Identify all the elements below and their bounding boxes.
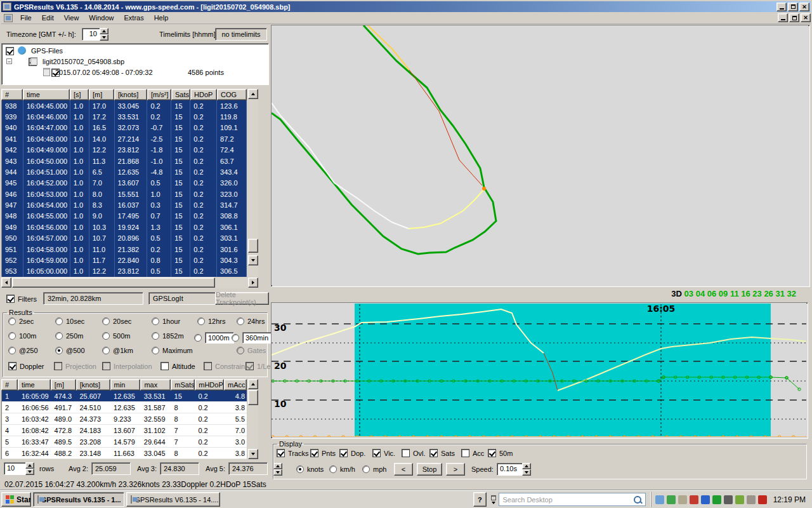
column-header[interactable]: time	[18, 379, 51, 391]
radio-at500[interactable]: @500	[55, 347, 85, 354]
column-header[interactable]: [s]	[70, 89, 89, 100]
scroll-thumb[interactable]	[12, 277, 215, 288]
radio-100m[interactable]: 100m	[8, 332, 37, 340]
column-header[interactable]: [m]	[89, 89, 114, 100]
offset-spinner[interactable]	[273, 463, 282, 476]
delete-trackpoints-button[interactable]: Delete Trackpoint(s)	[215, 292, 269, 305]
rows-down-icon[interactable]	[25, 469, 34, 475]
radio-gates[interactable]: Gates	[237, 347, 266, 354]
column-header[interactable]: [knots]	[76, 379, 110, 391]
menu-edit[interactable]: Edit	[37, 13, 59, 23]
column-header[interactable]: [m]	[51, 379, 76, 391]
radio-10sec[interactable]: 10sec	[55, 318, 84, 325]
table-row[interactable]: 95016:04:57.0001.010.720.8960.5150.2303.…	[2, 233, 247, 244]
fiftym-checkbox[interactable]: 50m	[488, 449, 513, 457]
table-row[interactable]: 516:33:47489.523.20814.57929.64470.23.0	[2, 436, 247, 448]
custom-distance-field[interactable]: 1000m	[205, 332, 234, 344]
minimize-button[interactable]	[776, 3, 787, 11]
radio-at250[interactable]: @250	[8, 347, 38, 354]
table-row[interactable]: 94516:04:52.0001.07.013.6070.5150.2326.0	[2, 178, 247, 189]
track-vertical-scrollbar[interactable]	[247, 89, 258, 277]
restore-button[interactable]	[788, 3, 798, 11]
close-button[interactable]: ✕	[799, 3, 809, 11]
dop-checkbox[interactable]: Dop.	[339, 449, 365, 457]
rows-up-icon[interactable]	[25, 462, 34, 469]
table-row[interactable]: 316:03:42489.024.3739.23332.55980.25.5	[2, 413, 247, 425]
sats-checkbox[interactable]: Sats	[429, 449, 455, 457]
oneleg-checkbox[interactable]: 1/Leg	[246, 362, 275, 370]
column-header[interactable]: [m/s²]	[147, 89, 171, 100]
tray-network-icon[interactable]	[701, 495, 710, 504]
constrain-checkbox[interactable]: Constrain	[204, 362, 245, 370]
table-row[interactable]: 94016:04:47.0001.016.532.073-0.7150.2109…	[2, 123, 247, 133]
table-row[interactable]: 94416:04:51.0001.06.512.635-4.8150.2343.…	[2, 166, 247, 177]
tracks-checkbox[interactable]: Tracks	[277, 449, 309, 457]
task-button[interactable]: GPSResults V6.135 - 14....	[126, 492, 220, 507]
speed-down-icon[interactable]	[522, 469, 531, 476]
table-row[interactable]: 94216:04:49.0001.012.223.812-1.8150.272.…	[2, 145, 247, 156]
speed-spinner[interactable]: 0.10s	[497, 463, 531, 476]
tree-file-label[interactable]: ligit20150702_054908.sbp	[43, 58, 124, 65]
radio-1852m[interactable]: 1852m	[152, 332, 184, 340]
radio-custom-time[interactable]: 360min	[232, 332, 274, 344]
table-row[interactable]: 116:05:09474.325.60712.63533.531150.24.8	[2, 391, 247, 402]
ovl-checkbox[interactable]: Ovl.	[402, 449, 426, 457]
menu-view[interactable]: View	[59, 13, 84, 23]
vic-checkbox[interactable]: Vic.	[372, 449, 395, 457]
table-row[interactable]: 95316:05:00.0001.012.223.8120.5150.2306.…	[2, 266, 247, 277]
scroll-left-icon[interactable]	[1, 277, 11, 288]
table-row[interactable]: 616:32:44488.223.14811.66333.04580.23.8	[2, 448, 247, 459]
menu-file[interactable]: File	[15, 13, 37, 23]
radio-12hrs[interactable]: 12hrs	[197, 318, 226, 325]
table-row[interactable]: 416:08:42472.824.18313.60731.10270.27.0	[2, 425, 247, 436]
table-row[interactable]: 95216:04:59.0001.011.722.8400.8150.2304.…	[2, 255, 247, 265]
scroll-thumb[interactable]	[248, 390, 258, 405]
rows-value[interactable]: 10	[4, 462, 25, 475]
step-back-button[interactable]: <	[394, 463, 413, 476]
column-header[interactable]: [knots]	[114, 89, 147, 100]
toolbar-handle-icon[interactable]	[491, 495, 496, 504]
column-header[interactable]: HDoP	[190, 89, 217, 100]
column-header[interactable]: Sats	[171, 89, 190, 100]
table-row[interactable]: 95116:04:58.0001.011.021.3820.2150.2301.…	[2, 244, 247, 255]
rows-spinner[interactable]: 10	[4, 462, 34, 475]
column-header[interactable]: min	[110, 379, 141, 391]
start-button[interactable]: Start	[1, 492, 31, 507]
step-forward-button[interactable]: >	[446, 463, 465, 476]
table-row[interactable]: 93816:04:45.0001.017.033.0450.2150.2123.…	[2, 100, 247, 111]
timezone-down-icon[interactable]	[100, 34, 108, 41]
tray-doc-warning-icon[interactable]	[678, 495, 687, 504]
column-header[interactable]: mHDoP	[195, 379, 224, 391]
radio-knots[interactable]: knots	[296, 465, 324, 473]
column-header[interactable]: mSats	[171, 379, 195, 391]
pnts-checkbox[interactable]: Pnts	[310, 449, 336, 457]
speed-graph[interactable]: 30201016:05	[271, 302, 808, 439]
track-horizontal-scrollbar[interactable]	[1, 277, 258, 288]
results-vertical-scrollbar[interactable]	[247, 379, 258, 459]
radio-250m[interactable]: 250m	[55, 332, 84, 340]
track-map[interactable]	[271, 25, 810, 287]
table-row[interactable]: 94816:04:55.0001.09.017.4950.7150.2308.8	[2, 211, 247, 222]
tree-session-label[interactable]: 2015.07.02 05:49:08 - 07:09:32	[55, 69, 153, 76]
scroll-down-icon[interactable]	[248, 255, 258, 265]
menu-extras[interactable]: Extras	[119, 13, 148, 23]
offset-down-icon[interactable]	[273, 469, 282, 476]
scroll-up-icon[interactable]	[248, 379, 258, 389]
task-button-active[interactable]: GPSResults V6.135 - 1...	[33, 492, 125, 507]
interpolation-checkbox[interactable]: Interpolation	[102, 362, 152, 370]
table-row[interactable]: 94116:04:48.0001.014.027.214-2.5150.287.…	[2, 133, 247, 144]
radio-20sec[interactable]: 20sec	[102, 318, 131, 325]
tray-disc-icon[interactable]	[724, 495, 733, 504]
scroll-right-icon[interactable]	[248, 277, 258, 288]
mdi-close-button[interactable]: ✕	[801, 13, 811, 22]
radio-500m[interactable]: 500m	[102, 332, 131, 340]
table-row[interactable]: 94916:04:56.0001.010.319.9241.3150.2306.…	[2, 222, 247, 232]
tray-users-error-icon[interactable]	[667, 495, 676, 504]
mdi-restore-button[interactable]	[789, 13, 799, 22]
filters-summary-field[interactable]: 32min, 20.828km	[43, 292, 143, 305]
tray-magnifier-icon[interactable]	[655, 495, 664, 504]
timezone-up-icon[interactable]	[100, 28, 108, 34]
logger-type-field[interactable]: GPSLogIt	[148, 292, 223, 305]
tree-root-label[interactable]: GPS-Files	[31, 47, 63, 55]
tray-mouse-icon[interactable]	[747, 495, 756, 504]
